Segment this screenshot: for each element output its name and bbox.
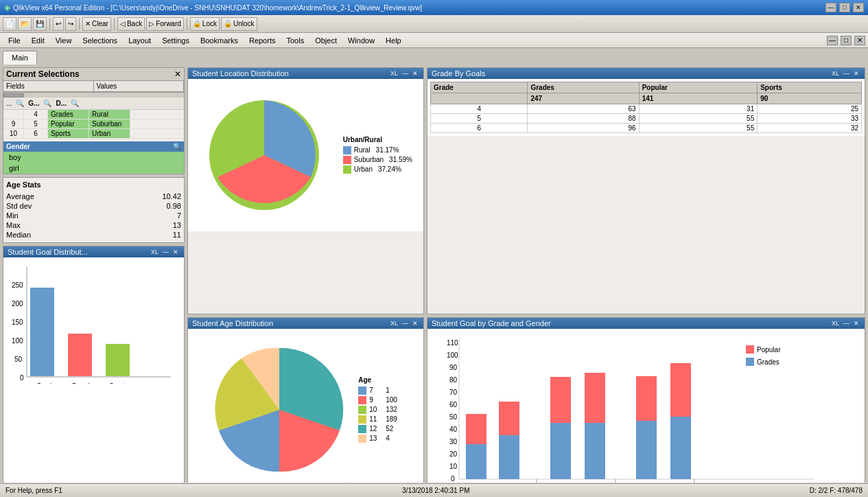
row-num1: 10 xyxy=(3,129,24,138)
selections-close-button[interactable]: ✕ xyxy=(174,69,181,79)
minimize-button[interactable]: — xyxy=(825,3,836,12)
menu-bookmarks[interactable]: Bookmarks xyxy=(195,35,244,46)
svg-text:60: 60 xyxy=(449,401,458,408)
svg-text:Sports: Sports xyxy=(109,382,129,384)
clear-button[interactable]: ✕ Clear xyxy=(82,17,111,31)
dots-btn[interactable]: ... xyxy=(5,99,13,108)
doc-restore-button[interactable]: □ xyxy=(841,36,852,45)
age-min-button[interactable]: — xyxy=(401,320,410,327)
selections-header: Current Selections ✕ xyxy=(3,68,184,81)
age-xls-button[interactable]: XL xyxy=(389,320,399,327)
undo-button[interactable]: ↩ xyxy=(53,17,64,31)
age11-label: 11 xyxy=(369,415,383,423)
stats-average: Average 10.42 xyxy=(6,192,181,201)
d-btn[interactable]: D... xyxy=(54,99,68,108)
gg-min-button[interactable]: — xyxy=(842,320,851,327)
grade-goals-table-container: Grade Grades Popular Sports 247 141 90 4 xyxy=(427,79,865,136)
open-button[interactable]: 📂 xyxy=(18,17,32,31)
gender-search-icon[interactable]: 🔍 xyxy=(173,143,181,150)
grade-cell: Popular xyxy=(48,119,89,128)
goal-xls-button[interactable]: XL xyxy=(150,248,160,255)
goal-distrib-controls: XL — ✕ xyxy=(150,248,180,255)
tab-main[interactable]: Main xyxy=(3,51,37,65)
suburban-label: Suburban xyxy=(354,156,384,163)
forward-button[interactable]: ▷ Forward xyxy=(146,17,184,31)
svg-rect-33 xyxy=(499,435,519,479)
search-btn-3[interactable]: 🔍 xyxy=(69,99,80,108)
gender-girl[interactable]: girl xyxy=(3,163,184,174)
grade-xls-button[interactable]: XL xyxy=(830,70,841,77)
age-close-button[interactable]: ✕ xyxy=(411,320,419,327)
menu-file[interactable]: File xyxy=(3,35,26,46)
age-legend-title: Age xyxy=(358,376,397,384)
age-pie-svg xyxy=(214,334,344,483)
grade-goals-header: Grade By Goals XL — ✕ xyxy=(427,68,865,79)
list-item: 10 6 Sports Urban xyxy=(3,129,184,139)
gg-xls-button[interactable]: XL xyxy=(830,320,841,327)
goal-min-button[interactable]: — xyxy=(161,248,170,255)
col-grades: Grades xyxy=(528,82,639,93)
title-bar: ◈ QlikView x64 Personal Edition - [C:\Us… xyxy=(0,0,868,15)
legend-age13: 13 4 xyxy=(358,435,397,443)
scrollbar-thumb[interactable] xyxy=(3,93,24,97)
new-button[interactable]: 📄 xyxy=(3,17,16,31)
back-button[interactable]: ◁ Back xyxy=(117,17,145,31)
unlock-button[interactable]: 🔓 Unlock xyxy=(221,17,257,31)
menu-reports[interactable]: Reports xyxy=(244,35,281,46)
row-num2: 4 xyxy=(24,110,48,119)
goal-distrib-panel: Student Goal Distribut... XL — ✕ 0 50 10… xyxy=(3,246,185,483)
extra-cell xyxy=(130,110,184,119)
g-btn[interactable]: G... xyxy=(27,99,40,108)
search-btn-1[interactable]: 🔍 xyxy=(14,99,25,108)
menu-tools[interactable]: Tools xyxy=(281,35,309,46)
age-stats-panel: Age Stats Average 10.42 Std dev 0.98 Min… xyxy=(3,177,185,243)
location-close-button[interactable]: ✕ xyxy=(411,70,419,77)
svg-text:100: 100 xyxy=(12,337,23,345)
age10-count: 132 xyxy=(386,406,397,413)
age9-color xyxy=(358,396,366,404)
location-pie-container: Urban/Rural Rural 31.17% Suburban 31.59%… xyxy=(188,79,423,231)
menu-layout[interactable]: Layout xyxy=(123,35,156,46)
menu-help[interactable]: Help xyxy=(380,35,407,46)
menu-window[interactable]: Window xyxy=(342,35,380,46)
svg-rect-40 xyxy=(636,376,657,421)
maximize-button[interactable]: □ xyxy=(839,3,850,12)
save-button[interactable]: 💾 xyxy=(33,17,47,31)
sports-5: 33 xyxy=(758,114,862,124)
grade-min-button[interactable]: — xyxy=(842,70,851,77)
close-button[interactable]: ✕ xyxy=(853,3,864,12)
menu-selections[interactable]: Selections xyxy=(77,35,123,46)
menu-view[interactable]: View xyxy=(50,35,78,46)
grade-cell: Sports xyxy=(48,129,89,138)
location-legend: Urban/Rural Rural 31.17% Suburban 31.59%… xyxy=(343,136,412,175)
menu-object[interactable]: Object xyxy=(309,35,342,46)
grade-4: 4 xyxy=(431,104,528,114)
svg-rect-31 xyxy=(466,444,486,479)
grade-close-button[interactable]: ✕ xyxy=(852,70,860,77)
doc-close-button[interactable]: ✕ xyxy=(854,36,865,45)
gg-close-button[interactable]: ✕ xyxy=(852,320,860,327)
search-btn-2[interactable]: 🔍 xyxy=(42,99,53,108)
age7-color xyxy=(358,386,366,395)
svg-text:110: 110 xyxy=(447,339,458,347)
location-controls: XL — ✕ xyxy=(389,70,419,77)
location-min-button[interactable]: — xyxy=(401,70,410,77)
svg-rect-7 xyxy=(68,334,92,376)
svg-rect-34 xyxy=(499,402,519,435)
gender-boy[interactable]: boy xyxy=(3,152,184,163)
lock-button[interactable]: 🔒 Lock xyxy=(190,17,220,31)
location-xls-button[interactable]: XL xyxy=(389,70,399,77)
suburban-value: 31.59% xyxy=(389,156,412,163)
goal-close-button[interactable]: ✕ xyxy=(172,248,180,255)
rural-value: 31.17% xyxy=(376,146,399,154)
stats-max: Max 13 xyxy=(6,220,181,230)
selections-scrollbar[interactable] xyxy=(3,92,184,97)
stats-stddev: Std dev 0.98 xyxy=(6,201,181,211)
age7-label: 7 xyxy=(369,386,383,394)
doc-minimize-button[interactable]: — xyxy=(827,36,838,45)
table-row: 4 63 31 25 xyxy=(431,104,862,114)
menu-edit[interactable]: Edit xyxy=(26,35,50,46)
popular-4: 31 xyxy=(639,104,758,114)
menu-settings[interactable]: Settings xyxy=(156,35,195,46)
redo-button[interactable]: ↪ xyxy=(65,17,76,31)
